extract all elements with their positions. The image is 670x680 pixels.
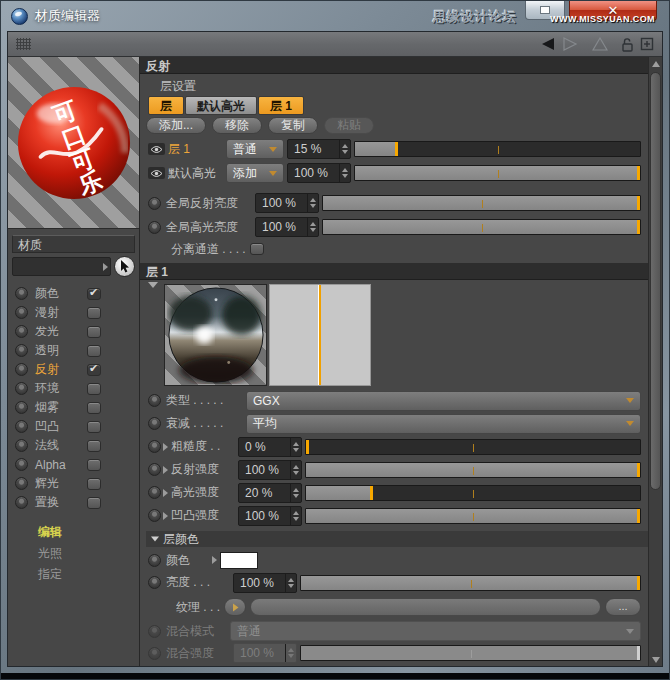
param-dot-icon[interactable] [148, 394, 161, 407]
material-preview[interactable]: 可 口 可 乐 [8, 57, 139, 229]
falloff-gradient-preview[interactable] [269, 284, 371, 386]
layer-strength-slider[interactable] [354, 141, 641, 157]
channel-checkbox[interactable] [87, 402, 101, 414]
brightness-spinner[interactable]: 100 % [233, 573, 297, 593]
scroll-down-icon[interactable] [650, 653, 661, 666]
visibility-eye-icon[interactable] [148, 143, 165, 155]
channel-checkbox[interactable] [87, 307, 101, 319]
history-forward-icon[interactable] [562, 37, 578, 51]
channel-row-reflectance[interactable]: 反射 [8, 360, 139, 379]
history-back-icon[interactable] [540, 37, 556, 51]
layer-color-group-header[interactable]: 层颜色 [146, 531, 648, 547]
channel-checkbox[interactable] [87, 459, 101, 471]
expander-right-icon[interactable] [163, 466, 168, 474]
visibility-eye-icon[interactable] [148, 167, 165, 179]
channel-row-environment[interactable]: 环境 [8, 379, 139, 398]
channel-checkbox[interactable] [87, 345, 101, 357]
param-dot-icon[interactable] [148, 554, 161, 567]
layer-blend-mode-dropdown[interactable]: 普通 [226, 139, 284, 159]
param-dot-icon[interactable] [148, 197, 161, 210]
channel-checkbox[interactable] [87, 383, 101, 395]
reflection-strength-spinner[interactable]: 100 % [238, 460, 302, 480]
tab-layer-1[interactable]: 层 1 [258, 96, 304, 115]
page-item-edit[interactable]: 编辑 [8, 522, 139, 543]
bump-strength-spinner[interactable]: 100 % [238, 506, 302, 526]
grip-handle-icon[interactable] [16, 38, 31, 50]
spinner-arrows-icon[interactable] [290, 438, 301, 456]
channel-checkbox[interactable] [87, 497, 101, 509]
type-dropdown[interactable]: GGX [246, 391, 641, 411]
expander-collapse-icon[interactable] [148, 282, 158, 305]
layer-strength-spinner[interactable]: 100 % [287, 163, 351, 183]
param-dot-icon[interactable] [148, 221, 161, 234]
texture-menu-button[interactable] [224, 598, 246, 616]
global-reflection-spinner[interactable]: 100 % [255, 193, 319, 213]
remove-layer-button[interactable]: 移除 [212, 117, 262, 134]
global-specular-slider[interactable] [322, 219, 641, 235]
texture-path-field[interactable] [250, 598, 601, 616]
new-window-icon[interactable] [640, 37, 654, 51]
spinner-arrows-icon[interactable] [307, 218, 318, 236]
parent-up-icon[interactable] [592, 37, 608, 51]
channel-checkbox[interactable] [87, 440, 101, 452]
channel-checkbox[interactable] [87, 478, 101, 490]
lock-icon[interactable] [620, 37, 634, 52]
scroll-up-icon[interactable] [650, 57, 661, 70]
gradient-center-marker[interactable] [318, 285, 321, 385]
separate-channels-checkbox[interactable] [250, 243, 264, 255]
channel-checkbox[interactable] [87, 326, 101, 338]
global-specular-spinner[interactable]: 100 % [255, 217, 319, 237]
tab-default-specular[interactable]: 默认高光 [185, 96, 257, 115]
vertical-scrollbar[interactable] [648, 57, 662, 666]
roughness-slider[interactable] [305, 439, 641, 455]
channel-row-normal[interactable]: 法线 [8, 436, 139, 455]
layer-preview-sphere[interactable] [164, 284, 267, 386]
param-dot-icon[interactable] [148, 440, 161, 453]
expander-right-icon[interactable] [163, 443, 168, 451]
param-dot-icon[interactable] [148, 463, 161, 476]
pick-material-button[interactable] [114, 256, 135, 277]
material-select-dropdown[interactable] [12, 257, 111, 276]
channel-row-bump[interactable]: 凹凸 [8, 417, 139, 436]
layer-blend-mode-dropdown[interactable]: 添加 [226, 163, 284, 183]
texture-browse-button[interactable]: ... [605, 598, 641, 616]
spinner-arrows-icon[interactable] [290, 461, 301, 479]
channel-row-transparency[interactable]: 透明 [8, 341, 139, 360]
channel-checkbox[interactable] [87, 288, 101, 300]
material-name-field[interactable]: 材质 [12, 235, 135, 253]
expander-right-icon[interactable] [212, 556, 217, 564]
roughness-spinner[interactable]: 0 % [238, 437, 302, 457]
channel-row-color[interactable]: 颜色 [8, 284, 139, 303]
channel-row-luminance[interactable]: 发光 [8, 322, 139, 341]
page-item-illumination[interactable]: 光照 [8, 543, 139, 564]
layer-name[interactable]: 层 1 [168, 141, 226, 158]
brightness-slider[interactable] [300, 575, 641, 591]
copy-layer-button[interactable]: 复制 [268, 117, 318, 134]
spinner-arrows-icon[interactable] [290, 507, 301, 525]
layer-strength-slider[interactable] [354, 165, 641, 181]
page-item-assign[interactable]: 指定 [8, 564, 139, 585]
attenuation-dropdown[interactable]: 平均 [246, 414, 641, 434]
param-dot-icon[interactable] [148, 417, 161, 430]
add-layer-button[interactable]: 添加... [146, 117, 206, 134]
expander-right-icon[interactable] [163, 489, 168, 497]
bump-strength-slider[interactable] [305, 508, 641, 524]
channel-row-displacement[interactable]: 置换 [8, 493, 139, 512]
expander-right-icon[interactable] [163, 512, 168, 520]
specular-strength-spinner[interactable]: 20 % [238, 483, 302, 503]
channel-row-glow[interactable]: 辉光 [8, 474, 139, 493]
channel-checkbox[interactable] [87, 364, 101, 376]
param-dot-icon[interactable] [148, 486, 161, 499]
param-dot-icon[interactable] [148, 509, 161, 522]
tab-layers[interactable]: 层 [148, 96, 184, 115]
layer-strength-spinner[interactable]: 15 % [287, 139, 351, 159]
specular-strength-slider[interactable] [305, 485, 641, 501]
global-reflection-slider[interactable] [322, 195, 641, 211]
channel-checkbox[interactable] [87, 421, 101, 433]
color-swatch[interactable] [220, 552, 258, 569]
spinner-arrows-icon[interactable] [290, 484, 301, 502]
spinner-arrows-icon[interactable] [339, 140, 350, 158]
channel-row-diffuse[interactable]: 漫射 [8, 303, 139, 322]
channel-row-fog[interactable]: 烟雾 [8, 398, 139, 417]
param-dot-icon[interactable] [148, 576, 161, 589]
